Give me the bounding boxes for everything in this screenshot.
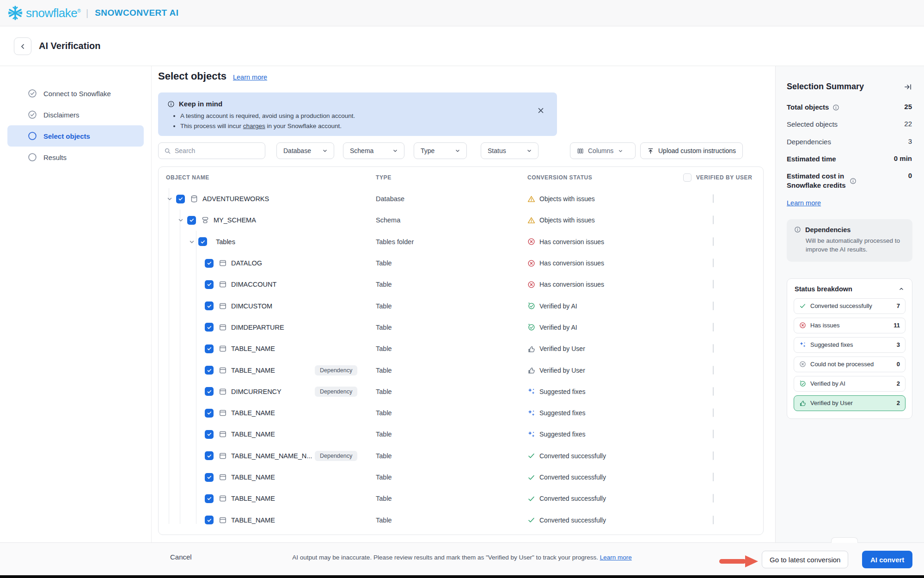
object-name-cell: DIMDEPARTURE [159, 323, 284, 332]
back-button[interactable] [14, 37, 31, 55]
sidebar-step-connect-to-snowflake[interactable]: Connect to Snowflake [7, 83, 144, 104]
row-checkbox-checked[interactable] [187, 216, 196, 225]
status-breakdown-count: 2 [897, 380, 900, 387]
status-breakdown-card: Status breakdown Converted successfully … [787, 278, 912, 419]
row-checkbox-checked[interactable] [205, 280, 214, 289]
charges-link[interactable]: charges [243, 123, 265, 129]
step-label: Disclaimers [43, 111, 80, 119]
go-to-latest-conversion-button[interactable]: Go to latest conversion [762, 551, 848, 568]
verified-by-user-checkbox[interactable] [713, 473, 714, 481]
status-breakdown-item[interactable]: Could not be processed 0 [794, 357, 906, 372]
row-checkbox-checked[interactable] [205, 473, 214, 482]
status-label: Converted successfully [539, 517, 606, 524]
database-filter-select[interactable]: Database [276, 142, 334, 159]
row-checkbox-checked[interactable] [198, 237, 207, 246]
chevron-up-icon[interactable] [898, 286, 905, 292]
row-checkbox-checked[interactable] [205, 301, 214, 310]
row-checkbox-checked[interactable] [205, 387, 214, 396]
verify-all-checkbox[interactable] [683, 173, 691, 182]
close-icon[interactable] [537, 106, 545, 115]
page-title: AI Verification [39, 41, 100, 51]
object-name-cell: TABLE_NAME [159, 494, 275, 503]
step-state-icon [28, 153, 37, 162]
summary-learn-more-link[interactable]: Learn more [787, 199, 821, 207]
status-breakdown-item[interactable]: Has issues 11 [794, 318, 906, 333]
table-row: TABLE_NAME Table Suggested fixes [159, 424, 763, 445]
sidebar-step-select-objects[interactable]: Select objects [7, 125, 144, 147]
column-header-verified-by-user: VERIFIED BY USER [683, 173, 752, 182]
upload-custom-instructions-button[interactable]: Upload custom instructions [640, 142, 743, 159]
verified-by-user-checkbox[interactable] [713, 237, 714, 246]
schema-filter-select[interactable]: Schema [343, 142, 404, 159]
verified-by-user-checkbox[interactable] [713, 323, 714, 332]
row-checkbox-checked[interactable] [205, 516, 214, 524]
verified-by-user-checkbox[interactable] [713, 408, 714, 417]
table-row: MY_SCHEMA Schema Objects with issues [159, 209, 763, 231]
upload-icon [647, 148, 654, 154]
summary-value: 22 [904, 120, 912, 128]
summary-value: 25 [904, 103, 912, 111]
summary-label: Selected objects [787, 120, 838, 129]
row-checkbox-checked[interactable] [205, 366, 214, 375]
row-expand-chevron-icon[interactable] [177, 216, 184, 224]
cancel-button[interactable]: Cancel [170, 553, 192, 561]
row-expand-chevron-icon[interactable] [166, 195, 173, 203]
ai-convert-button[interactable]: AI convert [862, 551, 912, 568]
verified-by-user-checkbox[interactable] [713, 430, 714, 438]
row-checkbox-checked[interactable] [205, 344, 214, 353]
verified-by-user-checkbox[interactable] [713, 366, 714, 375]
verified-by-user-checkbox[interactable] [713, 215, 714, 224]
conversion-status: Objects with issues [527, 216, 595, 224]
status-breakdown-count: 3 [897, 341, 900, 348]
sidebar-step-disclaimers[interactable]: Disclaimers [7, 104, 144, 125]
search-input[interactable] [175, 147, 253, 154]
row-checkbox-checked[interactable] [176, 195, 185, 203]
verified-by-user-checkbox[interactable] [713, 194, 714, 203]
objects-table: OBJECT NAME TYPE CONVERSION STATUS VERIF… [158, 166, 764, 535]
row-checkbox-checked[interactable] [205, 430, 214, 439]
step-list: Connect to Snowflake Disclaimers Select … [0, 66, 151, 168]
row-checkbox-checked[interactable] [205, 494, 214, 503]
object-type: Table [376, 495, 392, 502]
type-filter-select[interactable]: Type [414, 142, 467, 159]
disclaimer-learn-more-link[interactable]: Learn more [600, 554, 632, 561]
row-checkbox-checked[interactable] [205, 259, 214, 268]
status-breakdown-label: Has issues [810, 322, 840, 329]
status-label: Verified by AI [539, 302, 577, 310]
conversion-status: Has conversion issues [527, 281, 604, 289]
conversion-status: Has conversion issues [527, 238, 604, 246]
verified-by-user-checkbox[interactable] [713, 387, 714, 396]
row-checkbox-checked[interactable] [205, 323, 214, 332]
verified-by-user-checkbox[interactable] [713, 344, 714, 353]
status-filter-select[interactable]: Status [481, 142, 538, 159]
verified-by-user-checkbox[interactable] [713, 494, 714, 503]
status-breakdown-count: 2 [897, 400, 900, 406]
object-name-cell: MY_SCHEMA [159, 216, 256, 225]
status-breakdown-item[interactable]: Suggested fixes 3 [794, 337, 906, 353]
row-checkbox-checked[interactable] [205, 451, 214, 460]
verified-by-user-checkbox[interactable] [713, 280, 714, 289]
verified-by-user-checkbox[interactable] [713, 451, 714, 460]
status-icon [527, 195, 535, 203]
object-name-cell: DATALOG [159, 259, 262, 268]
status-label: Converted successfully [539, 473, 606, 481]
verified-by-user-checkbox[interactable] [713, 258, 714, 267]
object-name-cell: TABLE_NAME [159, 366, 275, 375]
chevron-down-icon [392, 148, 398, 154]
collapse-panel-icon[interactable] [904, 83, 912, 91]
verified-by-user-checkbox[interactable] [713, 516, 714, 524]
row-checkbox-checked[interactable] [205, 409, 214, 418]
sidebar-step-results[interactable]: Results [7, 147, 144, 168]
status-icon [527, 302, 535, 310]
status-icon [527, 281, 535, 289]
object-name: ADVENTUREWORKS [202, 195, 269, 203]
status-breakdown-item[interactable]: Verified by User 2 [794, 395, 906, 411]
row-expand-chevron-icon[interactable] [188, 238, 196, 246]
learn-more-link[interactable]: Learn more [233, 74, 267, 81]
status-icon [799, 380, 806, 387]
status-breakdown-item[interactable]: Verified by AI 2 [794, 376, 906, 392]
verified-by-user-checkbox[interactable] [713, 301, 714, 310]
status-breakdown-item[interactable]: Converted successfully 7 [794, 298, 906, 314]
columns-button[interactable]: Columns [570, 142, 636, 159]
summary-row: Estimated cost inSnowflake credits 0 [787, 172, 912, 191]
